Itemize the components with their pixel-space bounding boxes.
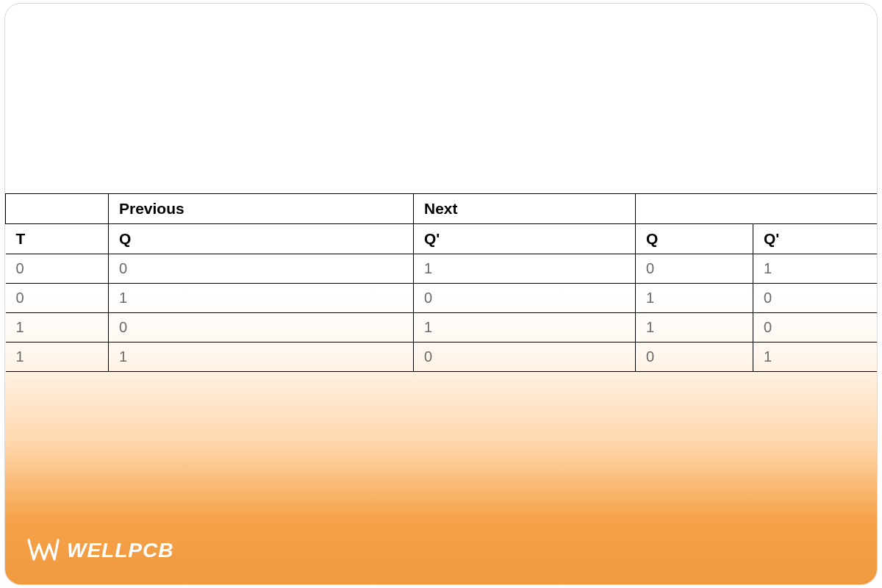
cell: 1: [753, 254, 878, 284]
group-header-previous: Previous: [109, 194, 414, 224]
cell: 0: [109, 313, 414, 343]
col-header-Qprime-next: Q': [753, 224, 878, 254]
cell: 1: [753, 343, 878, 372]
cell: 0: [753, 284, 878, 313]
table-row: 1 1 0 0 1: [6, 343, 878, 372]
table-row: 0 1 0 1 0: [6, 284, 878, 313]
brand-logo: WELLPCB: [27, 537, 173, 564]
cell: 1: [109, 343, 414, 372]
cell: 0: [6, 284, 109, 313]
group-header-next: Next: [414, 194, 636, 224]
wellpcb-icon: [27, 537, 60, 564]
cell: 0: [636, 254, 753, 284]
col-header-Q-next: Q: [636, 224, 753, 254]
cell: 1: [636, 313, 753, 343]
cell: 1: [414, 313, 636, 343]
col-header-Q-prev: Q: [109, 224, 414, 254]
col-header-T: T: [6, 224, 109, 254]
cell: 1: [109, 284, 414, 313]
group-header-row: Previous Next: [6, 194, 878, 224]
cell: 0: [753, 313, 878, 343]
group-header-blank2: [636, 194, 878, 224]
header-row: T Q Q' Q Q': [6, 224, 878, 254]
table-row: 1 0 1 1 0: [6, 313, 878, 343]
cell: 1: [414, 254, 636, 284]
cell: 0: [414, 284, 636, 313]
brand-name: WELLPCB: [67, 539, 173, 562]
cell: 1: [636, 284, 753, 313]
group-header-blank1: [6, 194, 109, 224]
cell: 0: [6, 254, 109, 284]
cell: 0: [414, 343, 636, 372]
truth-table-wrap: Previous Next T Q Q' Q Q' 0 0 1 0: [5, 193, 877, 372]
cell: 1: [6, 343, 109, 372]
table-row: 0 0 1 0 1: [6, 254, 878, 284]
cell: 1: [6, 313, 109, 343]
truth-table: Previous Next T Q Q' Q Q' 0 0 1 0: [5, 193, 878, 372]
col-header-Qprime-prev: Q': [414, 224, 636, 254]
card: Previous Next T Q Q' Q Q' 0 0 1 0: [4, 3, 878, 585]
cell: 0: [109, 254, 414, 284]
cell: 0: [636, 343, 753, 372]
